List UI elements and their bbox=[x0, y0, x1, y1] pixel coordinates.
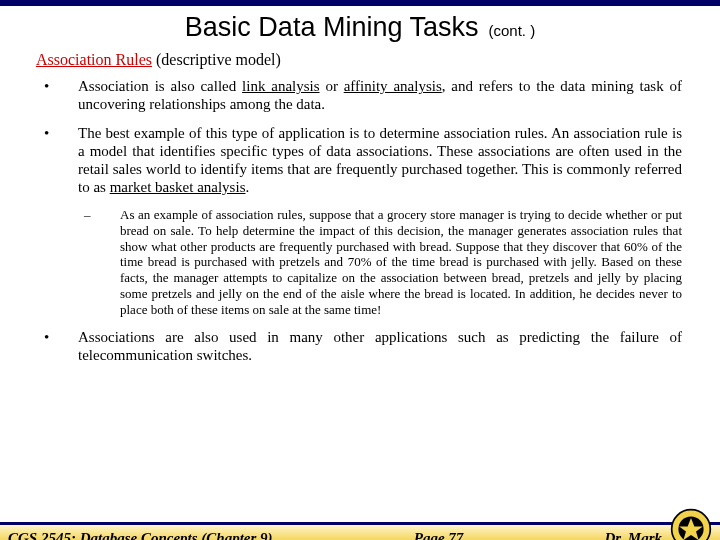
slide-title: Basic Data Mining Tasks bbox=[185, 12, 479, 42]
ucf-logo-icon bbox=[670, 508, 712, 540]
content-area: • Association is also called link analys… bbox=[44, 77, 682, 364]
section-heading-paren: (descriptive model) bbox=[156, 51, 281, 68]
bullet-icon: • bbox=[44, 77, 78, 114]
bullet-text: The best example of this type of applica… bbox=[78, 124, 682, 197]
footer-left: CGS 2545: Database Concepts (Chapter 9) bbox=[8, 530, 273, 540]
slide-title-cont: (cont. ) bbox=[488, 22, 535, 39]
text-fragment: or bbox=[320, 78, 344, 94]
sub-bullet-list: – As an example of association rules, su… bbox=[44, 207, 682, 318]
text-underline: market basket analysis bbox=[110, 179, 246, 195]
footer-bar: CGS 2545: Database Concepts (Chapter 9) … bbox=[0, 522, 720, 540]
slide: Basic Data Mining Tasks (cont. ) Associa… bbox=[0, 12, 720, 540]
text-fragment: . bbox=[245, 179, 249, 195]
text-underline: affinity analysis bbox=[344, 78, 442, 94]
section-heading: Association Rules (descriptive model) bbox=[36, 51, 720, 69]
bullet-list: • Association is also called link analys… bbox=[44, 77, 682, 197]
list-item: • Associations are also used in many oth… bbox=[44, 328, 682, 365]
bullet-text: Associations are also used in many other… bbox=[78, 328, 682, 365]
bullet-list: • Associations are also used in many oth… bbox=[44, 328, 682, 365]
footer-author: Dr. Mark bbox=[604, 530, 662, 540]
text-fragment: Association is also called bbox=[78, 78, 242, 94]
list-item: – As an example of association rules, su… bbox=[84, 207, 682, 318]
section-heading-text: Association Rules bbox=[36, 51, 152, 68]
list-item: • Association is also called link analys… bbox=[44, 77, 682, 114]
dash-icon: – bbox=[84, 207, 120, 318]
footer-page: Page 77 bbox=[273, 530, 605, 540]
sub-bullet-text: As an example of association rules, supp… bbox=[120, 207, 682, 318]
bullet-text: Association is also called link analysis… bbox=[78, 77, 682, 114]
bullet-icon: • bbox=[44, 328, 78, 365]
text-underline: link analysis bbox=[242, 78, 319, 94]
title-row: Basic Data Mining Tasks (cont. ) bbox=[0, 12, 720, 43]
list-item: • The best example of this type of appli… bbox=[44, 124, 682, 197]
bullet-icon: • bbox=[44, 124, 78, 197]
